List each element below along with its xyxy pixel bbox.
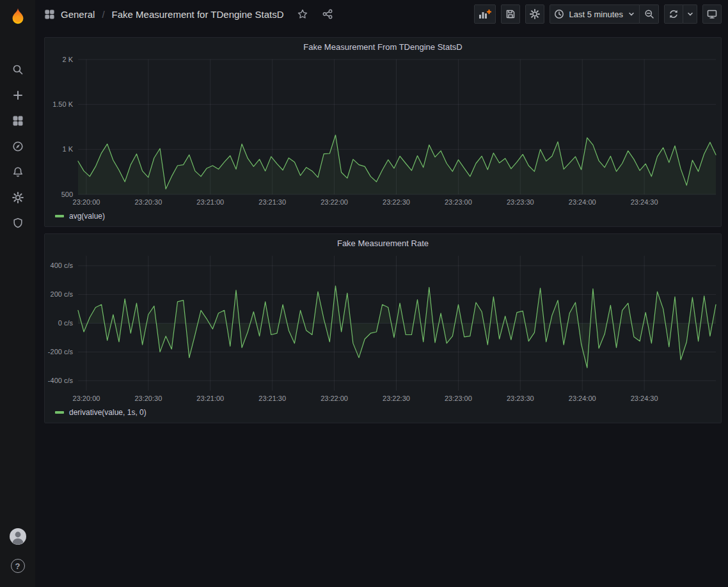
svg-text:23:20:30: 23:20:30 <box>134 395 162 402</box>
chevron-down-icon <box>686 10 694 18</box>
zoom-out-button[interactable] <box>640 4 659 24</box>
sidebar: ? <box>0 0 35 587</box>
sidebar-item-help[interactable]: ? <box>5 555 31 577</box>
sidebar-item-alerting[interactable] <box>5 161 31 183</box>
panel-fake-measurement: Fake Measurement From TDengine StatsD 2 … <box>44 37 722 227</box>
series-color-swatch <box>55 411 64 414</box>
svg-text:23:22:30: 23:22:30 <box>383 198 410 206</box>
panel-title[interactable]: Fake Measurement Rate <box>45 234 721 252</box>
chevron-down-icon <box>628 10 635 18</box>
sidebar-bottom: ? <box>5 526 31 587</box>
svg-text:1.50 K: 1.50 K <box>52 100 73 108</box>
grafana-logo-icon[interactable] <box>6 5 29 28</box>
svg-text:23:22:30: 23:22:30 <box>383 395 410 402</box>
series-label[interactable]: avg(value) <box>69 212 105 221</box>
svg-text:23:20:00: 23:20:00 <box>73 395 100 402</box>
time-controls: Last 5 minutes <box>550 4 659 24</box>
sidebar-item-create[interactable] <box>5 84 31 106</box>
svg-text:400 c/s: 400 c/s <box>51 262 74 269</box>
svg-text:23:24:00: 23:24:00 <box>569 198 596 206</box>
dashboard-settings-button[interactable] <box>525 4 544 24</box>
time-series-chart[interactable]: 2 K1.50 K1 K50023:20:0023:20:3023:21:002… <box>45 56 721 210</box>
time-series-chart[interactable]: 400 c/s200 c/s0 c/s-200 c/s-400 c/s23:20… <box>45 252 721 406</box>
svg-text:23:23:30: 23:23:30 <box>507 198 534 206</box>
svg-text:23:23:00: 23:23:00 <box>445 198 472 206</box>
add-panel-button[interactable] <box>474 4 496 24</box>
svg-text:0 c/s: 0 c/s <box>58 319 74 327</box>
grafana-app: ? General / Fake Measurement for TDengin… <box>0 0 728 587</box>
svg-text:23:21:30: 23:21:30 <box>258 198 286 206</box>
time-range-picker[interactable]: Last 5 minutes <box>550 4 640 24</box>
breadcrumb-separator: / <box>100 9 106 20</box>
dashboards-grid-icon <box>44 9 55 20</box>
svg-text:200 c/s: 200 c/s <box>51 290 74 298</box>
dashboard-grid: Fake Measurement From TDengine StatsD 2 … <box>35 28 728 587</box>
breadcrumb: General / Fake Measurement for TDengine … <box>44 8 334 20</box>
dashboard-title[interactable]: Fake Measurement for TDengine StatsD <box>112 9 284 20</box>
svg-text:23:22:00: 23:22:00 <box>320 395 348 402</box>
refresh-interval-dropdown[interactable] <box>683 4 697 24</box>
save-dashboard-button[interactable] <box>501 4 520 24</box>
sidebar-item-dashboards[interactable] <box>5 110 31 132</box>
alerting-bell-icon <box>12 166 24 178</box>
share-icon <box>322 9 333 19</box>
panel-title[interactable]: Fake Measurement From TDengine StatsD <box>45 38 721 56</box>
kiosk-mode-button[interactable] <box>702 4 722 24</box>
svg-text:2 K: 2 K <box>62 56 73 63</box>
help-icon: ? <box>11 559 25 573</box>
configuration-gear-icon <box>12 192 24 203</box>
refresh-button[interactable] <box>664 4 683 24</box>
legend: derivative(value, 1s, 0) <box>45 406 721 423</box>
sidebar-item-configuration[interactable] <box>5 187 31 208</box>
settings-gear-icon <box>530 9 540 19</box>
series-label[interactable]: derivative(value, 1s, 0) <box>69 408 146 417</box>
star-icon <box>297 9 308 19</box>
sidebar-item-explore[interactable] <box>5 136 31 157</box>
zoom-out-icon <box>644 9 654 19</box>
svg-text:1 K: 1 K <box>62 145 73 153</box>
server-admin-shield-icon <box>12 217 24 229</box>
svg-text:23:23:00: 23:23:00 <box>445 395 472 402</box>
sidebar-item-profile[interactable] <box>5 526 31 547</box>
sidebar-item-search[interactable] <box>5 59 31 81</box>
star-button[interactable] <box>296 8 309 20</box>
breadcrumb-folder[interactable]: General <box>61 9 95 20</box>
svg-text:23:20:30: 23:20:30 <box>134 198 162 206</box>
refresh-controls <box>664 4 697 24</box>
svg-text:23:21:00: 23:21:00 <box>196 198 224 206</box>
share-button[interactable] <box>321 8 334 20</box>
svg-text:23:21:00: 23:21:00 <box>196 395 224 402</box>
svg-text:23:22:00: 23:22:00 <box>320 198 348 206</box>
svg-text:23:23:30: 23:23:30 <box>507 395 534 402</box>
toolbar: Last 5 minutes <box>474 4 722 24</box>
series-color-swatch <box>55 215 64 217</box>
explore-compass-icon <box>12 141 24 152</box>
dashboards-grid-icon <box>12 115 24 127</box>
svg-text:23:21:30: 23:21:30 <box>258 395 286 402</box>
svg-text:23:24:30: 23:24:30 <box>631 395 658 402</box>
kiosk-tv-icon <box>707 9 717 19</box>
svg-text:23:24:30: 23:24:30 <box>631 198 658 206</box>
search-icon <box>12 64 24 75</box>
sidebar-nav <box>5 59 31 234</box>
chart-canvas[interactable]: 400 c/s200 c/s0 c/s-200 c/s-400 c/s23:20… <box>45 252 721 406</box>
plus-icon <box>12 90 24 101</box>
avatar <box>10 528 26 545</box>
legend: avg(value) <box>45 210 721 226</box>
svg-text:-200 c/s: -200 c/s <box>48 348 74 356</box>
main-area: General / Fake Measurement for TDengine … <box>35 0 728 587</box>
chart-canvas[interactable]: 2 K1.50 K1 K50023:20:0023:20:3023:21:002… <box>45 56 721 210</box>
sidebar-item-server-admin[interactable] <box>5 212 31 234</box>
clock-icon <box>554 9 564 19</box>
svg-text:23:24:00: 23:24:00 <box>569 395 596 402</box>
add-panel-icon <box>479 9 491 19</box>
panel-fake-measurement-rate: Fake Measurement Rate 400 c/s200 c/s0 c/… <box>44 233 722 423</box>
save-icon <box>505 9 516 19</box>
svg-text:500: 500 <box>61 191 73 198</box>
time-range-label: Last 5 minutes <box>569 10 623 19</box>
topbar: General / Fake Measurement for TDengine … <box>35 0 728 28</box>
svg-text:23:20:00: 23:20:00 <box>73 198 100 206</box>
svg-text:-400 c/s: -400 c/s <box>48 377 74 384</box>
refresh-icon <box>669 9 679 19</box>
